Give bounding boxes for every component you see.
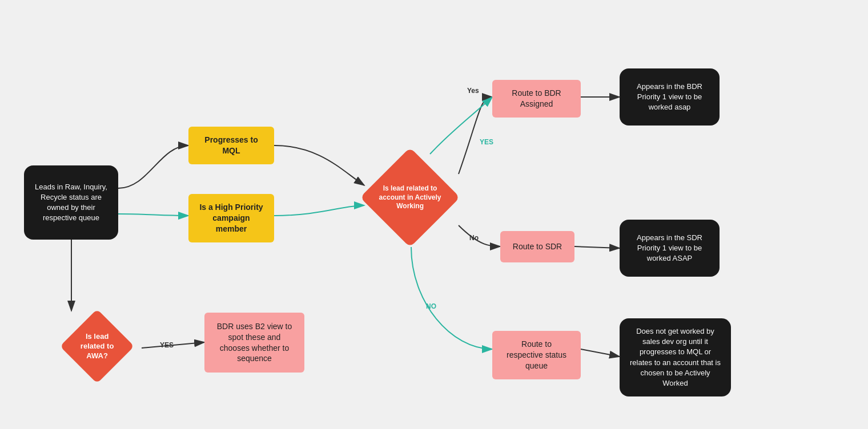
is-lead-actively-working-diamond: Is lead related to account in Actively W… bbox=[360, 147, 460, 247]
is-lead-awa-diamond: Is lead related to AWA? bbox=[60, 309, 134, 383]
appears-bdr-priority-node: Appears in the BDR Priority 1 view to be… bbox=[620, 68, 720, 126]
route-sdr-node: Route to SDR bbox=[500, 231, 574, 262]
route-status-queue-node: Route to respective status queue bbox=[492, 331, 581, 379]
no-bottom-label: NO bbox=[426, 302, 436, 310]
diagram-container: Leads in Raw, Inquiry, Recycle status ar… bbox=[0, 0, 868, 429]
appears-sdr-priority-node: Appears in the SDR Priority 1 view to be… bbox=[620, 220, 720, 277]
no-middle-label: No bbox=[469, 234, 479, 242]
progresses-mql-node: Progresses to MQL bbox=[188, 127, 274, 164]
leads-queue-node: Leads in Raw, Inquiry, Recycle status ar… bbox=[24, 165, 118, 240]
does-not-get-worked-node: Does not get worked by sales dev org unt… bbox=[620, 318, 731, 396]
yes-middle-label: YES bbox=[480, 138, 493, 146]
yes-top-label: Yes bbox=[467, 87, 479, 95]
route-bdr-node: Route to BDR Assigned bbox=[492, 80, 581, 118]
high-priority-node: Is a High Priority campaign member bbox=[188, 194, 274, 242]
bdr-b2-view-node: BDR uses B2 view to spot these and choos… bbox=[204, 313, 304, 373]
yes-awa-label: YES bbox=[160, 341, 174, 349]
